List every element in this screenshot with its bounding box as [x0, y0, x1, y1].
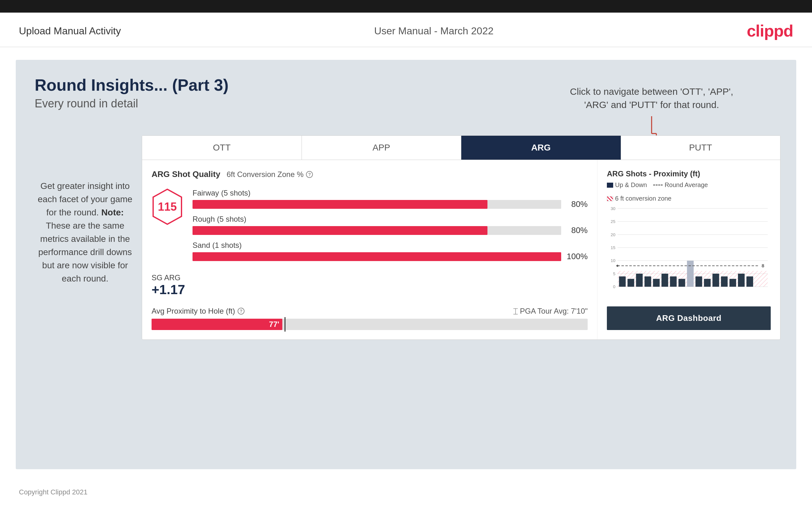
card-content: ARG Shot Quality 6ft Conversion Zone % ? — [142, 160, 780, 339]
svg-rect-25 — [653, 279, 659, 287]
arg-dashboard-button[interactable]: ARG Dashboard — [607, 306, 771, 330]
bar-fill-sand — [193, 252, 561, 261]
svg-rect-34 — [729, 279, 736, 287]
svg-rect-28 — [678, 279, 685, 287]
bar-bg-fairway — [193, 200, 561, 209]
bar-track-rough: 80% — [193, 225, 588, 235]
bar-pct-rough: 80% — [566, 225, 588, 235]
svg-rect-36 — [747, 277, 753, 287]
proximity-title: Avg Proximity to Hole (ft) ? — [152, 307, 245, 316]
svg-text:25: 25 — [611, 219, 615, 224]
svg-text:20: 20 — [611, 232, 615, 237]
proximity-cursor — [285, 317, 286, 332]
bar-pct-sand: 100% — [566, 251, 588, 261]
nav-hint-text: Click to navigate between 'OTT', 'APP','… — [570, 85, 733, 111]
svg-text:30: 30 — [611, 206, 615, 211]
bar-bg-sand — [193, 252, 561, 261]
hexagon-score: 115 — [152, 189, 183, 225]
tab-ott[interactable]: OTT — [142, 136, 302, 160]
svg-text:15: 15 — [611, 245, 615, 250]
svg-rect-26 — [661, 274, 668, 287]
tab-arg[interactable]: ARG — [461, 136, 621, 160]
legend-up-down-label: Up & Down — [615, 181, 647, 189]
proximity-bar-value: 77' — [269, 320, 279, 329]
tabs-row: OTT APP ARG PUTT — [142, 136, 780, 160]
hexagon-value: 115 — [158, 200, 177, 214]
svg-rect-35 — [738, 274, 745, 287]
bar-track-sand: 100% — [193, 251, 588, 261]
svg-text:10: 10 — [611, 258, 615, 263]
help-icon[interactable]: ? — [306, 171, 313, 178]
legend-hatch-icon — [607, 196, 613, 201]
bar-row-rough: Rough (5 shots) 80% — [193, 215, 588, 235]
left-panel: ARG Shot Quality 6ft Conversion Zone % ? — [142, 160, 597, 339]
chart-legend: Up & Down Round Average 6 ft conversion … — [607, 181, 771, 202]
proximity-chart: 0 5 10 15 20 25 30 — [607, 205, 771, 293]
svg-rect-30 — [696, 277, 702, 287]
copyright-text: Copyright Clippd 2021 — [19, 488, 88, 496]
proximity-bar-track: 77' — [152, 319, 588, 330]
footer: Copyright Clippd 2021 — [0, 482, 812, 503]
manual-date-label: User Manual - March 2022 — [374, 25, 494, 37]
proximity-bar-fill: 77' — [152, 319, 282, 330]
dashboard-card: OTT APP ARG PUTT ARG Shot Quality 6ft Co… — [142, 135, 780, 340]
svg-rect-22 — [627, 279, 634, 287]
legend-up-down: Up & Down — [607, 181, 647, 189]
legend-conversion-zone: 6 ft conversion zone — [607, 195, 671, 202]
legend-round-avg: Round Average — [653, 181, 708, 189]
sg-label: SG ARG — [152, 273, 588, 282]
chart-area: 0 5 10 15 20 25 30 — [607, 205, 771, 300]
legend-box-icon — [607, 183, 613, 188]
legend-round-avg-label: Round Average — [665, 181, 708, 189]
header: Upload Manual Activity User Manual - Mar… — [0, 13, 812, 47]
proximity-help-icon[interactable]: ? — [238, 308, 245, 315]
legend-conversion-label: 6 ft conversion zone — [615, 195, 671, 202]
svg-marker-38 — [616, 265, 619, 267]
bar-row-sand: Sand (1 shots) 100% — [193, 241, 588, 261]
svg-rect-23 — [636, 274, 643, 287]
sg-section: SG ARG +1.17 — [152, 273, 588, 297]
bar-label-rough: Rough (5 shots) — [193, 215, 588, 224]
svg-rect-24 — [644, 277, 651, 287]
svg-rect-29 — [687, 261, 694, 287]
proximity-section: Avg Proximity to Hole (ft) ? ⌶ PGA Tour … — [152, 307, 588, 330]
right-panel: ARG Shots - Proximity (ft) Up & Down Rou… — [597, 160, 780, 339]
conversion-subtitle: 6ft Conversion Zone % ? — [226, 170, 313, 179]
clippd-logo: clippd — [747, 21, 793, 40]
svg-rect-33 — [721, 277, 727, 287]
svg-rect-27 — [670, 277, 676, 287]
proximity-header: Avg Proximity to Hole (ft) ? ⌶ PGA Tour … — [152, 307, 588, 316]
tab-putt[interactable]: PUTT — [621, 136, 780, 160]
bar-track-fairway: 80% — [193, 199, 588, 209]
proximity-avg: ⌶ PGA Tour Avg: 7'10" — [513, 307, 588, 316]
top-bar — [0, 0, 812, 13]
right-header: ARG Shots - Proximity (ft) Up & Down Rou… — [607, 169, 771, 202]
score-row: 115 Fairway (5 shots) 80% — [152, 189, 588, 267]
shot-quality-title: ARG Shot Quality — [152, 169, 220, 179]
svg-text:0: 0 — [613, 284, 615, 289]
main-content: Round Insights... (Part 3) Every round i… — [16, 60, 796, 469]
panel-header: ARG Shot Quality 6ft Conversion Zone % ? — [152, 169, 588, 179]
svg-rect-32 — [712, 274, 719, 287]
bar-fill-fairway — [193, 200, 488, 209]
upload-label[interactable]: Upload Manual Activity — [19, 25, 121, 37]
svg-rect-21 — [619, 277, 626, 287]
hexagon-container: 115 — [152, 189, 183, 225]
svg-rect-31 — [704, 279, 711, 287]
svg-text:8: 8 — [762, 263, 764, 268]
bar-fill-rough — [193, 226, 488, 235]
sg-value: +1.17 — [152, 282, 588, 297]
bar-pct-fairway: 80% — [566, 199, 588, 209]
bar-label-sand: Sand (1 shots) — [193, 241, 588, 250]
right-title: ARG Shots - Proximity (ft) — [607, 169, 700, 178]
legend-dashed-icon — [653, 184, 663, 185]
bar-row-fairway: Fairway (5 shots) 80% — [193, 189, 588, 209]
bar-bg-rough — [193, 226, 561, 235]
note-label: Note: — [101, 208, 124, 217]
bars-section: Fairway (5 shots) 80% Rough (5 shots) — [193, 189, 588, 267]
left-description: Get greater insight into each facet of y… — [35, 179, 136, 285]
bar-label-fairway: Fairway (5 shots) — [193, 189, 588, 198]
svg-text:5: 5 — [613, 272, 615, 276]
tab-app[interactable]: APP — [302, 136, 462, 160]
